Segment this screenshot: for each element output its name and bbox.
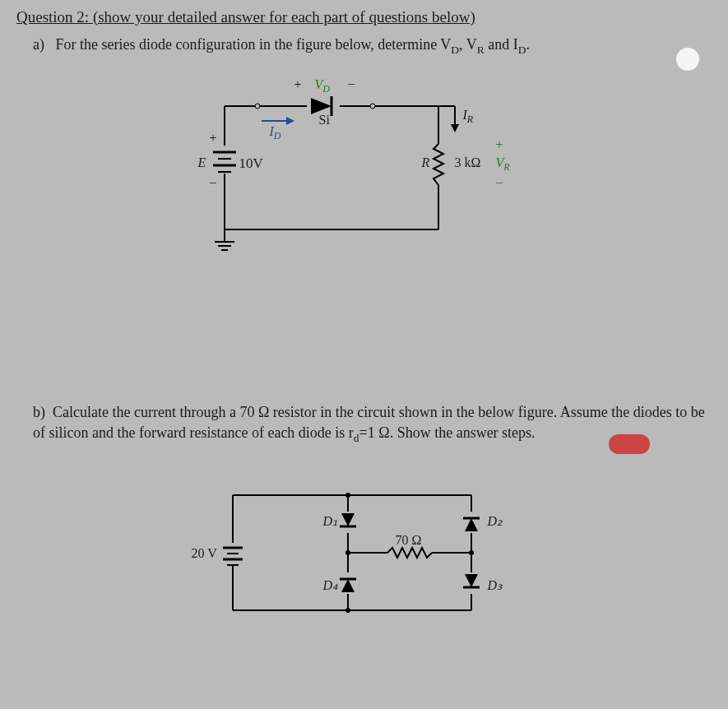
cb-src: 20 V: [192, 546, 217, 561]
vr-label: VR: [496, 155, 510, 174]
vd-minus: −: [348, 77, 355, 92]
e-plus: +: [210, 131, 217, 146]
part-a-s1: D: [451, 44, 459, 56]
cb-r: 70 Ω: [396, 533, 422, 548]
svg-marker-19: [451, 124, 459, 132]
vd-label: VD: [315, 77, 330, 95]
question-title: Question 2: (show your detailed answer f…: [16, 8, 712, 26]
svg-marker-14: [311, 98, 332, 114]
id-label: ID: [270, 124, 281, 142]
cb-d4: D₄: [323, 577, 338, 593]
part-a-t4: .: [526, 36, 531, 53]
part-a-t1: For the series diode configuration in th…: [55, 36, 451, 53]
speech-bubble-icon: [676, 48, 699, 71]
circuit-a: + VD − Si ID + E − 10V IR R 3 kΩ + VR −: [192, 73, 537, 254]
si-label: Si: [319, 113, 330, 127]
vr-plus: +: [496, 137, 503, 152]
r-label: R: [422, 155, 430, 170]
r-value: 3 kΩ: [455, 155, 481, 170]
part-a-prefix: a): [33, 36, 44, 53]
circuit-b-svg: [200, 470, 529, 635]
vd-plus: +: [294, 77, 302, 92]
svg-marker-17: [286, 117, 294, 125]
cb-d1: D₁: [323, 513, 338, 529]
part-b-t2: =1 Ω. Show the answer steps.: [359, 424, 536, 441]
part-a-s3: D: [518, 44, 526, 56]
svg-point-50: [345, 608, 350, 613]
cb-d2: D₂: [488, 513, 503, 529]
e-label: E: [198, 155, 206, 170]
svg-point-51: [469, 550, 474, 555]
part-b-sd: d: [354, 431, 359, 443]
svg-point-23: [370, 104, 375, 109]
e-value: 10V: [239, 155, 263, 172]
ir-label: IR: [463, 108, 474, 126]
part-a-s2: R: [477, 44, 485, 56]
part-a-t2: , V: [459, 36, 477, 53]
vr-minus: −: [496, 176, 503, 191]
e-minus: −: [210, 176, 217, 191]
annotation-marker: [609, 434, 650, 454]
svg-point-22: [255, 104, 260, 109]
svg-point-49: [345, 550, 350, 555]
part-a-t3: and I: [485, 36, 518, 53]
part-b-prefix: b): [33, 404, 45, 420]
svg-point-48: [345, 493, 350, 498]
part-a-text: a) For the series diode configuration in…: [33, 36, 712, 57]
circuit-b: 20 V D₁ D₄ D₂ D₃ 70 Ω: [200, 470, 529, 635]
cb-d3: D₃: [488, 577, 503, 593]
